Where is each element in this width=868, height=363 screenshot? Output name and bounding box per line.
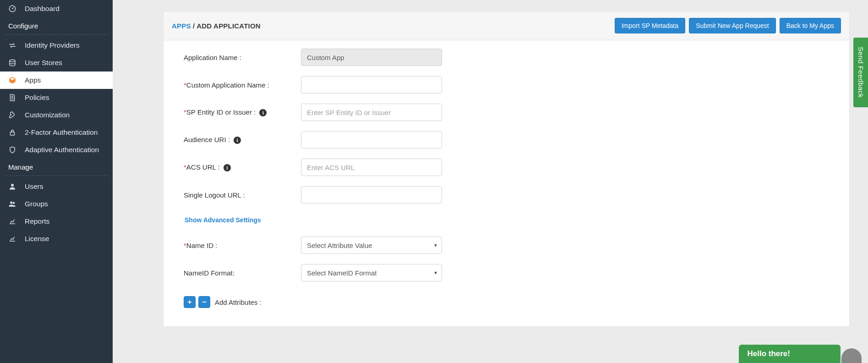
sidebar-item-adaptive-auth[interactable]: Adaptive Authentication [0, 141, 113, 159]
main-content: APPS / ADD APPLICATION Import SP Metadat… [113, 0, 868, 363]
sidebar-item-label: Groups [25, 200, 48, 208]
svg-rect-3 [11, 132, 15, 135]
nameid-format-label: NameID Format: [184, 269, 301, 277]
sidebar-item-2fa[interactable]: 2-Factor Authentication [0, 124, 113, 141]
single-logout-url-label: Single Logout URL : [184, 191, 301, 199]
svg-point-6 [13, 202, 15, 204]
sidebar-item-customization[interactable]: Customization [0, 106, 113, 124]
sidebar-item-dashboard[interactable]: Dashboard [0, 0, 113, 17]
sidebar-item-label: Identity Providers [25, 41, 80, 50]
sidebar-item-apps[interactable]: Apps [0, 72, 113, 89]
sidebar-item-user-stores[interactable]: User Stores [0, 54, 113, 72]
info-icon[interactable]: i [224, 164, 231, 171]
wrench-icon [7, 111, 17, 119]
show-advanced-settings-link[interactable]: Show Advanced Settings [185, 216, 261, 224]
submit-new-app-request-button[interactable]: Submit New App Request [689, 18, 776, 33]
document-icon [7, 94, 17, 102]
single-logout-url-field[interactable] [301, 186, 442, 204]
audience-uri-label: Audience URI : i [184, 136, 301, 144]
sidebar-section-configure: Configure [0, 17, 113, 33]
sidebar-section-manage: Manage [0, 159, 113, 175]
chat-widget-header[interactable]: Hello there! [739, 345, 841, 363]
sidebar-item-label: 2-Factor Authentication [25, 128, 98, 137]
panel-header: APPS / ADD APPLICATION Import SP Metadat… [164, 11, 849, 40]
acs-url-label: *ACS URL : i [184, 163, 301, 171]
add-attributes-label: Add Attributes : [215, 298, 262, 306]
cube-icon [7, 76, 17, 84]
svg-point-5 [10, 201, 12, 204]
sidebar-item-license[interactable]: License [0, 230, 113, 248]
sidebar-item-label: License [25, 235, 49, 243]
back-to-my-apps-button[interactable]: Back to My Apps [780, 18, 841, 33]
shield-icon [7, 146, 17, 154]
info-icon[interactable]: i [259, 109, 267, 116]
chart-icon [7, 235, 17, 243]
acs-url-field[interactable] [301, 159, 442, 176]
svg-point-2 [10, 60, 15, 62]
name-id-select[interactable]: Select Attribute Value [301, 236, 442, 254]
database-icon [7, 59, 17, 67]
panel-body: Application Name : *Custom Application N… [164, 40, 849, 326]
sidebar-item-label: Adaptive Authentication [25, 146, 99, 154]
users-icon [7, 200, 17, 208]
sidebar-item-label: Reports [25, 217, 49, 226]
user-icon [7, 182, 17, 191]
sidebar-item-reports[interactable]: Reports [0, 213, 113, 230]
sidebar-item-label: Users [25, 182, 43, 191]
dashboard-icon [7, 5, 17, 13]
header-buttons: Import SP Metadata Submit New App Reques… [615, 18, 841, 33]
add-application-panel: APPS / ADD APPLICATION Import SP Metadat… [163, 11, 850, 327]
breadcrumb-current: ADD APPLICATION [197, 22, 261, 30]
import-sp-metadata-button[interactable]: Import SP Metadata [615, 18, 685, 33]
name-id-label: *Name ID : [184, 242, 301, 249]
sidebar-item-identity-providers[interactable]: Identity Providers [0, 37, 113, 54]
sidebar-item-label: Dashboard [25, 5, 60, 13]
sidebar-item-label: User Stores [25, 59, 62, 67]
svg-point-4 [11, 184, 14, 187]
sidebar-item-policies[interactable]: Policies [0, 89, 113, 106]
nameid-format-select[interactable]: Select NameID Format [301, 264, 442, 281]
sidebar-item-label: Apps [25, 76, 41, 84]
breadcrumb-sep: / [191, 22, 197, 30]
remove-attribute-button[interactable] [198, 296, 210, 308]
breadcrumb-apps-link[interactable]: APPS [172, 22, 191, 30]
chart-icon [7, 217, 17, 226]
sidebar-item-label: Policies [25, 94, 49, 102]
sp-entity-id-field[interactable] [301, 104, 442, 121]
lock-icon [7, 128, 17, 137]
audience-uri-field[interactable] [301, 131, 442, 148]
send-feedback-tab[interactable]: Send Feedback [853, 38, 868, 107]
breadcrumb: APPS / ADD APPLICATION [172, 22, 261, 30]
sidebar-item-groups[interactable]: Groups [0, 195, 113, 213]
sp-entity-id-label: *SP Entity ID or Issuer : i [184, 108, 301, 116]
sidebar-item-label: Customization [25, 111, 70, 119]
swap-icon [7, 41, 17, 50]
application-name-field [301, 49, 442, 66]
sidebar-item-users[interactable]: Users [0, 178, 113, 195]
info-icon[interactable]: i [234, 137, 241, 144]
svg-point-1 [12, 8, 13, 9]
custom-application-name-field[interactable] [301, 76, 442, 94]
application-name-label: Application Name : [184, 54, 301, 61]
sidebar: Dashboard Configure Identity Providers U… [0, 0, 113, 363]
add-attribute-button[interactable] [184, 296, 196, 308]
custom-application-name-label: *Custom Application Name : [184, 81, 301, 89]
